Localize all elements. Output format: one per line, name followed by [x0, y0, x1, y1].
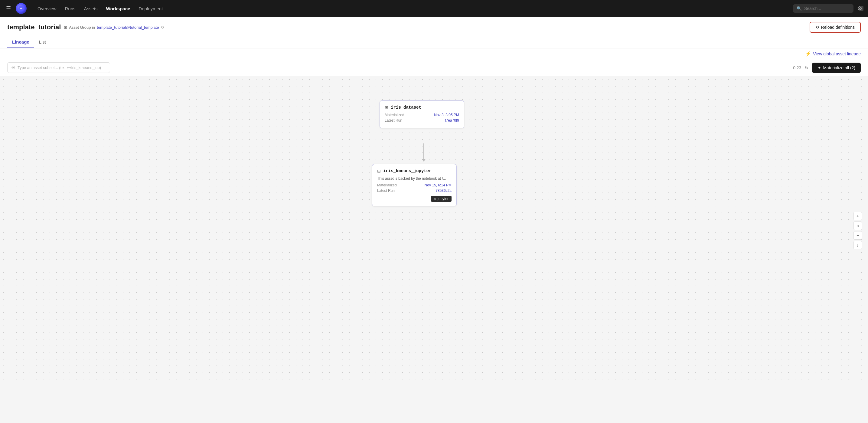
asset-filter-container[interactable]: ✳ — [7, 62, 110, 73]
tab-list[interactable]: List — [34, 36, 51, 48]
search-bar[interactable]: 🔍 / — [793, 4, 854, 13]
jupyter-label: jupyter — [438, 197, 448, 201]
asset-node-title: iris_kmeans_jupyter — [383, 169, 432, 173]
arrow-line — [424, 144, 424, 159]
toolbar-right: 0:23 ↻ ✦ Materialize all (2) — [793, 63, 861, 73]
materialized-row: Materialized Nov 15, 6:14 PM — [377, 183, 452, 187]
latest-run-label: Latest Run — [377, 188, 395, 193]
nav-runs[interactable]: Runs — [61, 4, 79, 13]
page-header: template_tutorial ⊞ Asset Group in templ… — [0, 17, 868, 49]
asset-node-header: ⊞ iris_dataset — [385, 105, 459, 110]
latest-run-value[interactable]: 78536c2a — [435, 188, 452, 193]
breadcrumb: ⊞ Asset Group in template_tutorial@tutor… — [64, 25, 164, 30]
asset-node-title: iris_dataset — [391, 105, 421, 110]
tabs: Lineage List — [7, 36, 861, 48]
asset-node-header: ⊞ iris_kmeans_jupyter — [377, 169, 452, 173]
nav-overview[interactable]: Overview — [34, 4, 60, 13]
materialized-row: Materialized Nov 3, 3:05 PM — [385, 113, 459, 117]
nav-assets[interactable]: Assets — [81, 4, 101, 13]
asset-group-icon: ⊞ — [64, 25, 67, 30]
timer-display: 0:23 — [793, 65, 801, 70]
asset-node-description: This asset is backed by the notebook at … — [377, 176, 452, 181]
lineage-view-bar: ⚡ View global asset lineage — [0, 49, 868, 59]
nav-right: 🔍 / ⚙ — [793, 4, 862, 13]
reload-definitions-button[interactable]: ↻ Reload definitions — [810, 22, 861, 33]
asset-filter-input[interactable] — [18, 65, 106, 70]
latest-run-row: Latest Run f7ea70f9 — [385, 118, 459, 123]
asset-node-iris-kmeans-jupyter[interactable]: ⊞ iris_kmeans_jupyter This asset is back… — [372, 164, 457, 206]
reload-icon: ↻ — [816, 25, 819, 30]
nav-workspace[interactable]: Workspace — [102, 4, 134, 13]
zoom-controls: + ○ − ↓ — [854, 212, 862, 249]
jupyter-icon: ○ — [434, 197, 436, 201]
zoom-in-button[interactable]: + — [854, 212, 862, 220]
app-logo[interactable] — [16, 3, 27, 14]
page-header-top: template_tutorial ⊞ Asset Group in templ… — [7, 22, 861, 33]
breadcrumb-label: Asset Group in — [69, 25, 95, 30]
materialize-icon: ✦ — [817, 65, 821, 70]
page-title-row: template_tutorial ⊞ Asset Group in templ… — [7, 23, 164, 31]
nav-links: Overview Runs Assets Workspace Deploymen… — [34, 4, 790, 13]
asset-node-iris-dataset[interactable]: ⊞ iris_dataset Materialized Nov 3, 3:05 … — [379, 100, 464, 128]
reload-label: Reload definitions — [821, 25, 855, 30]
lineage-canvas[interactable]: ⊞ iris_dataset Materialized Nov 3, 3:05 … — [0, 76, 868, 385]
materialized-label: Materialized — [377, 183, 397, 187]
badge-row: ○ jupyter — [377, 194, 452, 202]
breadcrumb-link[interactable]: template_tutorial@tutorial_template — [97, 25, 159, 30]
zoom-out-button[interactable]: − — [854, 231, 862, 240]
lineage-icon: ⚡ — [805, 51, 811, 57]
materialize-label: Materialize all (2) — [823, 65, 855, 70]
tab-lineage[interactable]: Lineage — [7, 36, 34, 48]
arrow-connector — [422, 144, 426, 161]
view-global-asset-lineage-link[interactable]: ⚡ View global asset lineage — [805, 51, 861, 57]
arrow-head — [422, 159, 426, 161]
timer-refresh-icon[interactable]: ↻ — [805, 65, 808, 70]
top-navigation: ☰ Overview Runs Assets Workspace Deploym… — [0, 0, 868, 17]
materialized-value: Nov 3, 3:05 PM — [434, 113, 459, 117]
search-icon: 🔍 — [797, 6, 802, 11]
nav-deployment[interactable]: Deployment — [135, 4, 166, 13]
settings-icon[interactable]: ⚙ — [857, 5, 862, 12]
table-icon: ⊞ — [385, 105, 388, 110]
zoom-reset-button[interactable]: ○ — [854, 221, 862, 230]
materialized-value: Nov 15, 6:14 PM — [425, 183, 452, 187]
refresh-icon[interactable]: ↻ — [161, 25, 164, 30]
download-button[interactable]: ↓ — [854, 241, 862, 249]
hamburger-menu-icon[interactable]: ☰ — [6, 5, 11, 12]
latest-run-row: Latest Run 78536c2a — [377, 188, 452, 193]
latest-run-value[interactable]: f7ea70f9 — [445, 118, 459, 123]
jupyter-badge[interactable]: ○ jupyter — [431, 196, 452, 202]
page-title: template_tutorial — [7, 23, 61, 31]
view-lineage-label: View global asset lineage — [813, 52, 861, 56]
materialize-all-button[interactable]: ✦ Materialize all (2) — [812, 63, 861, 73]
toolbar: ✳ 0:23 ↻ ✦ Materialize all (2) — [0, 59, 868, 76]
asterisk-icon: ✳ — [11, 65, 15, 70]
search-input[interactable] — [804, 6, 857, 11]
latest-run-label: Latest Run — [385, 118, 402, 123]
table-icon: ⊞ — [377, 169, 381, 173]
materialized-label: Materialized — [385, 113, 404, 117]
